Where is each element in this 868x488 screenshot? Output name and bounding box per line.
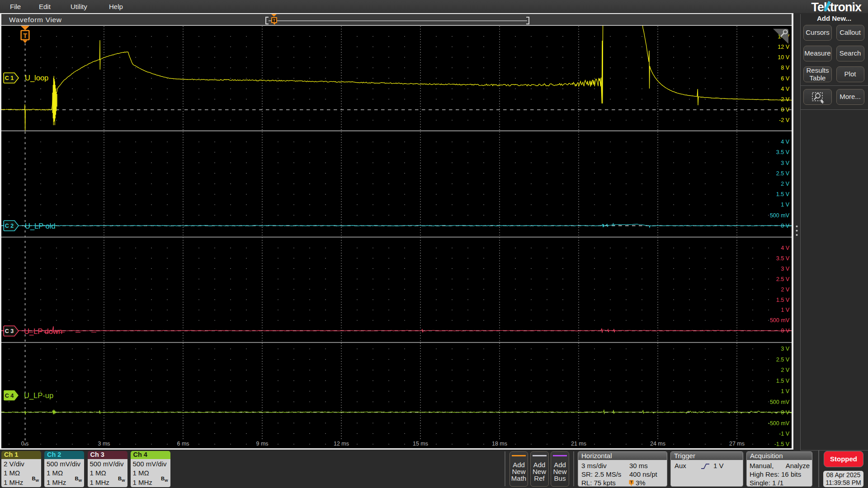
svg-text:15 ms: 15 ms: [413, 441, 428, 447]
svg-text:2 V: 2 V: [781, 367, 789, 373]
svg-text:4 V: 4 V: [781, 86, 789, 92]
svg-text:500 mV: 500 mV: [770, 212, 790, 219]
svg-text:0 s: 0 s: [21, 441, 29, 447]
svg-text:U_loop: U_loop: [25, 74, 48, 82]
svg-text:4 V: 4 V: [781, 139, 789, 145]
svg-text:2 V: 2 V: [781, 96, 789, 103]
svg-text:U_LP down: U_LP down: [24, 327, 62, 336]
svg-text:1.5 V: 1.5 V: [776, 191, 790, 197]
svg-text:3.5 V: 3.5 V: [776, 149, 790, 155]
svg-text:U_LP old: U_LP old: [25, 222, 56, 230]
svg-text:6 V: 6 V: [781, 75, 789, 82]
svg-text:9 ms: 9 ms: [256, 441, 268, 447]
svg-text:U_LP-up: U_LP-up: [24, 391, 53, 400]
svg-text:2.5 V: 2.5 V: [776, 276, 790, 282]
svg-text:-500 mV: -500 mV: [768, 420, 790, 427]
svg-text:12 V: 12 V: [778, 44, 789, 50]
svg-text:T: T: [23, 32, 27, 39]
svg-text:2 V: 2 V: [781, 286, 789, 293]
svg-text:3 V: 3 V: [781, 346, 789, 352]
svg-text:12 ms: 12 ms: [334, 441, 349, 447]
svg-text:4 V: 4 V: [781, 245, 789, 251]
svg-text:3.5 V: 3.5 V: [776, 255, 790, 262]
svg-text:0 V: 0 V: [781, 409, 789, 416]
svg-text:27 ms: 27 ms: [729, 441, 745, 447]
svg-text:C 3: C 3: [5, 328, 14, 334]
svg-text:C 1: C 1: [5, 75, 14, 81]
svg-text:-1 V: -1 V: [779, 431, 790, 437]
svg-text:8 V: 8 V: [781, 65, 789, 71]
svg-text:1 V: 1 V: [781, 202, 789, 208]
svg-text:2 V: 2 V: [781, 181, 789, 187]
svg-text:-1.5 V: -1.5 V: [774, 441, 790, 447]
svg-text:C 2: C 2: [5, 223, 14, 229]
svg-text:1.5 V: 1.5 V: [776, 297, 790, 303]
svg-text:21 ms: 21 ms: [571, 441, 586, 447]
svg-text:6 ms: 6 ms: [177, 441, 189, 447]
svg-text:500 mV: 500 mV: [770, 317, 790, 324]
svg-text:10 V: 10 V: [778, 54, 789, 61]
svg-text:18 ms: 18 ms: [492, 441, 507, 447]
svg-text:1 V: 1 V: [781, 388, 789, 394]
svg-text:0 V: 0 V: [781, 107, 789, 113]
svg-text:24 ms: 24 ms: [650, 441, 665, 447]
svg-text:3 ms: 3 ms: [98, 441, 110, 447]
svg-text:C 4: C 4: [5, 393, 14, 399]
svg-text:-2 V: -2 V: [779, 117, 790, 123]
svg-text:1.5 V: 1.5 V: [776, 378, 790, 384]
svg-text:T: T: [630, 480, 633, 484]
svg-text:0 V: 0 V: [781, 328, 789, 334]
svg-text:1 V: 1 V: [781, 307, 789, 313]
svg-text:0 V: 0 V: [781, 223, 789, 229]
svg-text:3 V: 3 V: [781, 160, 789, 166]
svg-text:500 mV: 500 mV: [770, 399, 790, 405]
svg-text:2.5 V: 2.5 V: [776, 357, 790, 363]
svg-text:3 V: 3 V: [781, 266, 789, 272]
svg-text:2.5 V: 2.5 V: [776, 170, 790, 177]
